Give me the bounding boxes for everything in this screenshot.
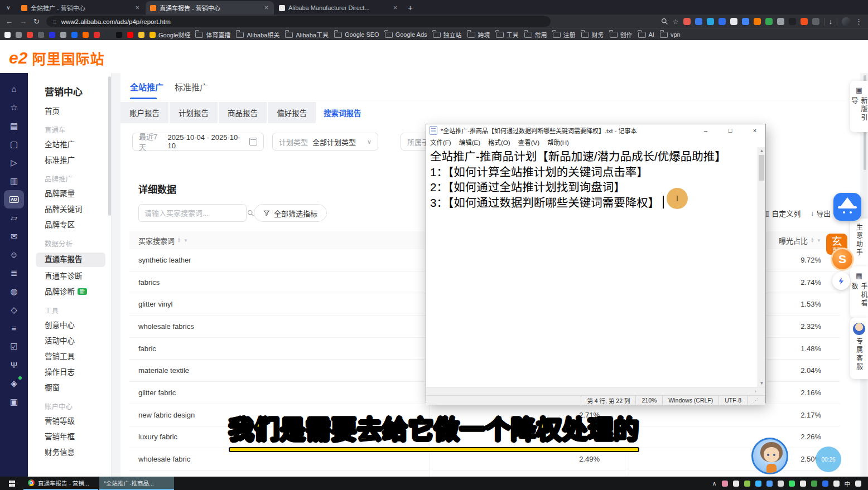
tray-icon[interactable]: ∧ <box>712 480 717 487</box>
extension-icon[interactable] <box>754 18 761 25</box>
notepad-horizontal-scrollbar[interactable]: › <box>426 387 765 395</box>
url-bar[interactable]: ≡ www2.alibaba.com/ads/p4p/report.htm <box>46 16 551 27</box>
sidebar-item[interactable]: 品牌推广 <box>28 173 111 186</box>
extension-icon[interactable] <box>683 18 691 25</box>
sidebar-item[interactable]: 直通车诊断 <box>28 269 111 284</box>
rail-item-icon[interactable]: ▣ <box>4 392 24 411</box>
sidebar-item[interactable]: 营销年框 <box>28 429 111 445</box>
bookmark-folder[interactable]: 创作 <box>610 30 633 39</box>
extension-icon[interactable] <box>801 18 808 25</box>
bookmark-icon[interactable] <box>116 32 122 38</box>
sidebar-item[interactable]: 营销工具 <box>28 349 111 365</box>
mobile-data-button[interactable]: ▦ 手机看数 <box>850 266 868 318</box>
sidebar-item[interactable]: 品牌专区 <box>28 217 111 233</box>
notepad-window[interactable]: *全站推广-推商品【如何通过数据判断哪些关键词需要降权】.txt - 记事本 –… <box>426 124 766 403</box>
bookmark-folder[interactable]: Alibaba工具 <box>285 30 329 39</box>
tray-icon[interactable] <box>822 481 828 487</box>
bookmark-folder[interactable]: Google Ads <box>385 31 427 38</box>
rail-item-icon[interactable]: ◇ <box>4 300 24 319</box>
bookmark-folder[interactable]: 跨境 <box>467 30 490 39</box>
site-settings-icon[interactable]: ≡ <box>53 18 57 25</box>
sidebar-item[interactable]: 数据分析 <box>28 237 111 251</box>
bookmark-folder[interactable]: 常用 <box>524 30 547 39</box>
bookmark-link[interactable]: Google财经 <box>150 30 190 39</box>
tray-icon[interactable] <box>855 481 861 487</box>
date-range-picker[interactable]: 最近7天 2025-10-04 - 2025-10-10 <box>132 133 264 151</box>
tray-icon[interactable] <box>755 481 761 487</box>
filter-funnel-icon[interactable]: ▼ <box>817 238 821 243</box>
extension-icon[interactable] <box>789 18 796 25</box>
rail-item-icon[interactable]: ≣ <box>4 264 24 282</box>
bookmark-icon[interactable] <box>49 32 55 38</box>
tray-icon[interactable]: 中 <box>845 479 851 488</box>
extension-icon[interactable] <box>742 18 749 25</box>
bookmark-folder[interactable]: 体育直播 <box>195 30 230 39</box>
rail-item-icon[interactable]: AD <box>4 190 24 208</box>
report-subtab[interactable]: 账户报告 <box>120 102 168 123</box>
bookmark-star-icon[interactable]: ☆ <box>673 18 679 26</box>
maximize-button[interactable]: □ <box>720 124 741 137</box>
bookmark-folder[interactable]: 工具 <box>496 30 519 39</box>
customize-columns-button[interactable]: ▥ 自定义列 <box>763 208 801 219</box>
scrollbar-thumb[interactable] <box>759 155 764 181</box>
rail-item-icon[interactable]: ☆ <box>4 98 24 117</box>
bookmark-folder[interactable]: 财务 <box>581 30 604 39</box>
rail-item-icon[interactable]: ◍ <box>4 282 24 300</box>
browser-tab[interactable]: Alibaba Manufacturer Direct... × <box>274 1 403 14</box>
tray-icon[interactable] <box>744 481 750 487</box>
column-header-keyword[interactable]: 买家搜索词 <box>138 235 175 246</box>
bookmark-icon[interactable] <box>27 32 33 38</box>
minimize-button[interactable]: – <box>695 124 716 137</box>
taskbar-task[interactable]: *全站推广-推商品... <box>99 477 174 490</box>
assistant-mascot-icon[interactable] <box>833 193 861 221</box>
tab-site-wide-promotion[interactable]: 全站推广 <box>130 81 163 93</box>
bookmark-icon[interactable] <box>127 32 133 38</box>
rail-item-icon[interactable]: ◈ <box>4 374 24 392</box>
extension-icon[interactable] <box>730 18 737 25</box>
rail-item-icon[interactable]: ▤ <box>4 117 24 135</box>
menu-item[interactable]: 编辑(E) <box>455 138 484 147</box>
sidebar-item[interactable]: 营销等级 <box>28 414 111 429</box>
bookmark-icon[interactable] <box>138 32 144 38</box>
sidebar-item[interactable]: 直通车报告 <box>36 253 105 267</box>
table-row[interactable]: alcantara 2.26% 0.91% <box>129 470 840 477</box>
menu-item[interactable]: 帮助(H) <box>543 138 573 147</box>
rail-item-icon[interactable]: ▷ <box>4 153 24 172</box>
sidebar-item[interactable]: 品牌关键词 <box>28 202 111 217</box>
sidebar-item[interactable]: 活动中心 <box>28 333 111 349</box>
alibaba-logo[interactable]: e2 阿里国际站 <box>9 48 104 68</box>
tray-icon[interactable] <box>789 481 795 487</box>
tab-close-icon[interactable]: × <box>392 4 398 12</box>
bookmark-folder[interactable]: vpn <box>660 31 681 38</box>
sidebar-item[interactable]: 首页 <box>28 104 111 119</box>
rail-item-icon[interactable]: ⌂ <box>4 80 24 98</box>
tab-standard-promotion[interactable]: 标准推广 <box>175 81 208 93</box>
bookmark-icon[interactable] <box>16 32 22 38</box>
tray-icon[interactable] <box>778 481 784 487</box>
extension-icon[interactable] <box>812 18 819 25</box>
sidebar-item[interactable]: 操作日志 <box>28 365 111 380</box>
sidebar-item[interactable]: 品牌聚量 <box>28 186 111 202</box>
tray-icon[interactable] <box>800 481 806 487</box>
sidebar-item[interactable]: 直通车 <box>28 124 111 137</box>
back-icon[interactable]: ← <box>6 17 13 26</box>
profile-avatar[interactable] <box>842 17 851 26</box>
lightning-plugin-icon[interactable] <box>832 272 850 290</box>
rail-item-icon[interactable]: ▥ <box>4 172 24 190</box>
rail-item-icon[interactable]: ▢ <box>4 135 24 153</box>
bookmark-icon[interactable] <box>4 32 11 38</box>
forward-icon[interactable]: → <box>20 17 27 26</box>
filter-metrics-button[interactable]: 全部筛选指标 <box>254 204 327 222</box>
customer-service-button[interactable]: 专属客服 <box>850 318 868 379</box>
menu-item[interactable]: 文件(F) <box>426 138 455 147</box>
extension-icon[interactable] <box>718 18 726 25</box>
sidebar-scrollbar[interactable] <box>108 76 111 216</box>
bookmark-folder[interactable]: 独立站 <box>433 30 462 39</box>
rail-item-icon[interactable]: ≡ <box>4 319 24 337</box>
plan-type-dropdown[interactable]: 计划类型 全部计划类型 ∨ <box>272 133 378 151</box>
sort-icons[interactable]: ▲▼ <box>811 237 814 243</box>
reload-icon[interactable]: ↻ <box>33 17 40 26</box>
downloads-icon[interactable]: ↓ <box>829 17 833 26</box>
tray-icon[interactable] <box>811 481 817 487</box>
tray-icon[interactable] <box>733 481 739 487</box>
